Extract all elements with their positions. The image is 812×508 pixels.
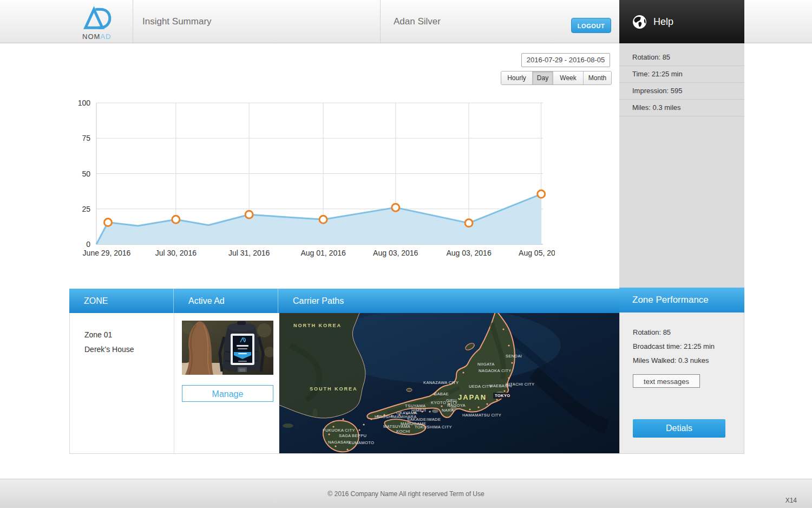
svg-text:Aug 01, 2016: Aug 01, 2016 bbox=[300, 249, 346, 257]
map-city-label: NIIGATA bbox=[477, 362, 495, 367]
help-label: Help bbox=[653, 16, 673, 28]
globe-icon bbox=[632, 15, 647, 29]
nomad-logo[interactable]: NOMAD bbox=[81, 5, 130, 41]
svg-text:Jul 30, 2016: Jul 30, 2016 bbox=[155, 249, 197, 257]
svg-text:25: 25 bbox=[82, 205, 90, 213]
map-city-label: NAGOYA bbox=[447, 403, 466, 408]
chart-data-point bbox=[538, 190, 545, 198]
help-button[interactable]: Help bbox=[619, 0, 744, 43]
zone-table: ZONE Active Ad Carrier Paths Zone 01 Der… bbox=[69, 289, 619, 454]
text-messages-button[interactable]: text messages bbox=[633, 374, 700, 388]
svg-text:June 29, 2016: June 29, 2016 bbox=[83, 249, 131, 257]
map-city-label: KOCHI bbox=[396, 429, 410, 434]
sidebar-stat-row: Impression: 595 bbox=[619, 83, 744, 100]
svg-text:Jul 31, 2016: Jul 31, 2016 bbox=[228, 249, 270, 257]
zone-performance-panel: Zone Performance Rotation: 85Broadcast t… bbox=[619, 288, 744, 454]
map-city-label: NARA bbox=[442, 408, 454, 413]
chart-data-point bbox=[172, 216, 180, 223]
carrier-paths-map[interactable]: NORTH KOREASOUTH KOREAJAPANSENDAINIIGATA… bbox=[279, 313, 619, 453]
map-city-label: UEDA CITY bbox=[469, 384, 492, 389]
svg-text:100: 100 bbox=[78, 99, 91, 107]
tab-week[interactable]: Week bbox=[553, 71, 584, 84]
header-divider bbox=[133, 0, 133, 43]
tab-hourly[interactable]: Hourly bbox=[501, 71, 533, 84]
user-name: Adan Silver bbox=[394, 0, 441, 43]
nomad-logo-icon bbox=[81, 5, 113, 29]
svg-text:Aug 03, 2016: Aug 03, 2016 bbox=[373, 249, 418, 257]
details-button[interactable]: Detials bbox=[633, 419, 725, 438]
map-city-label: SAGA bbox=[339, 433, 351, 438]
chart-data-point bbox=[392, 204, 400, 211]
map-country-label: JAPAN bbox=[458, 393, 487, 401]
zone-cell: Zone 01 Derek’s House bbox=[70, 313, 174, 453]
map-city-label: BEPPU bbox=[352, 433, 366, 438]
tab-day[interactable]: Day bbox=[533, 71, 553, 84]
logo-wordmark: NOMAD bbox=[82, 32, 130, 41]
sidebar-stat-row: Rotation: 85 bbox=[619, 49, 744, 66]
chart-data-point bbox=[465, 219, 473, 227]
summary-sidebar: Rotation: 85Time: 21:25 minImpression: 5… bbox=[619, 43, 744, 288]
zone-performance-stat: Broadcast time: 21:25 min bbox=[633, 340, 744, 354]
zone-performance-stat: Rotation: 85 bbox=[633, 325, 744, 340]
impressions-area-chart: 0255075100June 29, 2016Jul 30, 2016Jul 3… bbox=[68, 95, 555, 260]
map-city-label: HIROSHIMA bbox=[375, 414, 400, 419]
logout-button[interactable]: LOGOUT bbox=[571, 18, 611, 33]
page-title: Insight Summary bbox=[142, 0, 212, 43]
page-ref: X14 bbox=[785, 497, 797, 504]
map-city-label: KANAZAWA CITY bbox=[423, 380, 459, 385]
map-city-label: SABAE bbox=[434, 392, 449, 396]
sidebar-stat-row: Time: 21:25 min bbox=[619, 66, 744, 83]
map-city-label: NAGASAKI bbox=[328, 440, 351, 445]
chart-data-point bbox=[104, 219, 112, 226]
date-range-picker[interactable]: 2016-07-29 - 2016-08-05 bbox=[521, 53, 610, 67]
map-city-label: FUKUOKA CITY bbox=[323, 428, 355, 433]
nomad-dashboard: NOMAD Insight Summary Adan Silver LOGOUT… bbox=[0, 0, 812, 508]
svg-text:Aug 03, 2016: Aug 03, 2016 bbox=[446, 249, 492, 257]
zone-performance-title: Zone Performance bbox=[619, 288, 744, 312]
map-city-label: IWADE bbox=[427, 417, 441, 422]
tab-month[interactable]: Month bbox=[584, 71, 611, 84]
column-header-active-ad: Active Ad bbox=[174, 289, 278, 313]
chart-data-point bbox=[245, 211, 253, 218]
map-city-label: MAEBASHI bbox=[489, 383, 512, 388]
zone-location: Derek’s House bbox=[84, 345, 174, 354]
header-divider bbox=[380, 0, 381, 43]
chart-data-point bbox=[319, 216, 327, 223]
granularity-tabs: HourlyDayWeekMonth bbox=[501, 71, 612, 85]
top-header: NOMAD Insight Summary Adan Silver LOGOUT… bbox=[0, 0, 812, 43]
footer: © 2016 Company Name All right reserved T… bbox=[0, 479, 812, 508]
manage-button[interactable]: Manage bbox=[182, 385, 273, 402]
column-header-carrier-paths: Carrier Paths bbox=[278, 289, 618, 313]
map-country-label: NORTH KOREA bbox=[293, 323, 342, 328]
svg-text:75: 75 bbox=[82, 134, 90, 142]
map-city-label: TOKYO bbox=[495, 393, 510, 398]
map-city-label: NAGAOKA CITY bbox=[479, 368, 512, 373]
sidebar-stat-row: Miles: 0.3 miles bbox=[619, 100, 744, 116]
map-city-label: SENDAI bbox=[506, 354, 522, 359]
map-city-label: TOKUSHIMA CITY bbox=[415, 425, 452, 429]
active-ad-cell: Manage bbox=[174, 313, 279, 453]
svg-text:0: 0 bbox=[86, 240, 90, 249]
svg-text:Aug 05, 2016: Aug 05, 2016 bbox=[519, 249, 555, 257]
map-city-label: KUMAMOTO bbox=[349, 440, 374, 445]
zone-name: Zone 01 bbox=[84, 330, 174, 339]
map-city-label: MATSUYAMA bbox=[383, 424, 410, 429]
map-city-label: HAMAMATSU CITY bbox=[462, 413, 501, 418]
map-country-label: SOUTH KOREA bbox=[310, 386, 358, 392]
copyright-text: © 2016 Company Name All right reserved T… bbox=[0, 479, 812, 498]
svg-text:50: 50 bbox=[82, 170, 90, 178]
column-header-zone: ZONE bbox=[69, 289, 174, 313]
zone-performance-stat: Miles Walked: 0.3 nukes bbox=[633, 354, 744, 368]
active-ad-photo bbox=[182, 321, 273, 375]
zone-table-header: ZONE Active Ad Carrier Paths bbox=[69, 289, 619, 313]
